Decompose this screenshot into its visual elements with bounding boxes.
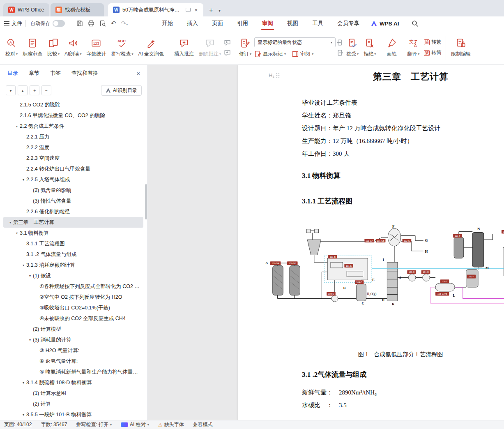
sidebar-tab-chapters[interactable]: 章节: [29, 69, 39, 77]
outline-item[interactable]: ▾2.2 氨合成工艺条件: [3, 121, 143, 131]
outline-item[interactable]: ⑤ 吨氨消耗新鲜气量和生产能力将气体量…: [3, 367, 143, 377]
expand-arrow-icon[interactable]: ▾: [27, 274, 33, 278]
wps-ai-button[interactable]: WPS AI: [371, 16, 399, 30]
menu-tab-membership[interactable]: 会员专享: [336, 16, 360, 30]
sidebar-scrollbar[interactable]: [145, 184, 147, 219]
missing-font-warning[interactable]: ⚠缺失字体: [158, 421, 184, 428]
outline-item[interactable]: 2.1.6 甲烷化法微量 CO、CO2 的脱除: [3, 110, 143, 121]
outline-expand-button[interactable]: ▾: [6, 85, 16, 95]
delete-comment-button[interactable]: 删除批注▾: [197, 32, 223, 63]
outline-item[interactable]: (2) 计算: [3, 399, 143, 409]
outline-item[interactable]: 2.1.5 CO2 的脱除: [3, 99, 143, 110]
outline-item[interactable]: ④ 返氢气量计算:: [3, 356, 143, 367]
track-changes-button[interactable]: 修订▾: [237, 32, 253, 63]
document-page[interactable]: H₁ 第三章 工艺计算 毕业设计工艺条件表 学生姓名：郑旦锋 设计题目：年产 1…: [238, 65, 504, 420]
restrict-edit-button[interactable]: 限制编辑: [449, 32, 473, 63]
menu-tab-home[interactable]: 开始: [161, 16, 174, 30]
sidebar-tab-catalog[interactable]: 目录: [7, 69, 18, 77]
outline-item[interactable]: ▾3.5.5 一段炉 101-B 物料衡算: [3, 409, 143, 420]
brush-button[interactable]: 画笔: [384, 32, 399, 63]
expand-arrow-icon[interactable]: ▾: [7, 221, 13, 224]
close-sidebar-button[interactable]: ×: [136, 70, 140, 77]
word-count-indicator[interactable]: 字数: 35467: [41, 421, 67, 428]
outline-item[interactable]: 3.1 .2 气体流量与组成: [3, 249, 143, 260]
outline-item[interactable]: ④未被吸收的 CO2 全部反应生成 CH4: [3, 313, 143, 324]
expand-arrow-icon[interactable]: ▾: [21, 263, 26, 267]
proofread-button[interactable]: A 校对▾: [3, 32, 20, 63]
outline-item[interactable]: ③ H2O 气量计算:: [3, 345, 143, 356]
tab-list-caret-icon[interactable]: ▾: [219, 9, 221, 13]
search-button[interactable]: [412, 16, 419, 30]
ai-proofread-status[interactable]: AI 校对▾: [121, 421, 149, 428]
ai-recognize-catalog-button[interactable]: AI识别目录: [101, 85, 142, 96]
menu-tab-reference[interactable]: 引用: [236, 16, 249, 30]
outline-item[interactable]: ▾3.1.3 消耗定额的计算: [3, 260, 143, 270]
menu-tab-view[interactable]: 视图: [286, 16, 299, 30]
outline-plus-button[interactable]: ＋: [30, 85, 39, 95]
menu-tab-tools[interactable]: 工具: [311, 16, 324, 30]
outline-item[interactable]: 2.2.3 空间速度: [3, 153, 143, 164]
expand-arrow-icon[interactable]: ▾: [21, 178, 26, 182]
new-tab-button[interactable]: +: [209, 7, 213, 14]
outline-item[interactable]: 2.2.2 温度: [3, 142, 143, 153]
outline-item[interactable]: (2) 计算模型: [3, 324, 143, 334]
next-comment-icon[interactable]: [224, 49, 231, 56]
outline-item[interactable]: 2.2.6 催化剂的粒径: [3, 206, 143, 217]
tab-document[interactable]: W 50万吨合成氨原料气净化工段 ×: [108, 3, 203, 16]
outline-item[interactable]: (2) 氨含量的影响: [3, 185, 143, 196]
outline-item[interactable]: ②空气中 O2 按下列反应转化为 H2O: [3, 292, 143, 302]
redo-icon[interactable]: ↷▾: [121, 20, 128, 27]
tab-wps-office[interactable]: W WPS Office: [3, 3, 49, 16]
reject-button[interactable]: 拒绝▾: [361, 32, 378, 63]
tab-docer-templates[interactable]: 稻 找稻壳模板: [51, 3, 104, 16]
outline-item[interactable]: 3.1.1 工艺流程图: [3, 238, 143, 249]
next-change-icon[interactable]: [336, 49, 343, 56]
outline-item[interactable]: ▾3.1.4 脱硫槽 108-D 物料衡算: [3, 377, 143, 388]
outline-item[interactable]: ▾2.2.5 入塔气体组成: [3, 174, 143, 185]
word-count-button[interactable]: 123 字数统计: [84, 32, 108, 63]
translate-button[interactable]: 文A 翻译▾: [405, 32, 421, 63]
outline-item[interactable]: ▾3.1 物料衡算: [3, 228, 143, 238]
outline-item[interactable]: 2.2.4 转化炉出口气甲烷含量: [3, 164, 143, 174]
accept-button[interactable]: 接受▾: [344, 32, 361, 63]
outline-minus-button[interactable]: −: [41, 85, 51, 95]
outline-item[interactable]: ▾第三章 工艺计算: [3, 217, 143, 228]
sidebar-tab-bookmarks[interactable]: 书签: [50, 69, 61, 77]
sidebar-tab-find-replace[interactable]: 查找和替换: [71, 69, 98, 77]
menu-tab-review[interactable]: 审阅: [261, 16, 274, 30]
outline-item[interactable]: ▾(3) 消耗量的计算: [3, 334, 143, 345]
save-icon[interactable]: [76, 20, 83, 27]
compare-button[interactable]: 比较▾: [45, 32, 62, 63]
spell-check-button[interactable]: ABC 拼写检查▾: [109, 32, 135, 63]
outline-item[interactable]: ③吸收塔出口 CO2=0.1%(干基): [3, 302, 143, 313]
page-indicator[interactable]: 页面: 40/102: [4, 421, 32, 428]
expand-arrow-icon[interactable]: ▾: [21, 413, 26, 417]
menu-tab-page[interactable]: 页面: [211, 16, 224, 30]
expand-arrow-icon[interactable]: ▾: [14, 125, 20, 128]
close-tab-button[interactable]: ×: [193, 7, 198, 13]
show-markup-button[interactable]: 显示标记 ▾: [254, 51, 286, 58]
markup-state-select[interactable]: 显示标记的最终状态 ▾: [254, 37, 336, 47]
ai-polish-button[interactable]: AI 全文润色: [136, 32, 166, 63]
expand-arrow-icon[interactable]: ▾: [21, 381, 26, 385]
undo-icon[interactable]: ↶: [111, 20, 116, 27]
file-menu-button[interactable]: 文件: [4, 16, 22, 30]
previous-change-icon[interactable]: [336, 39, 343, 46]
outline-item[interactable]: (3) 惰性气体含量: [3, 196, 143, 206]
insert-comment-button[interactable]: 插入批注: [172, 32, 196, 63]
outline-item[interactable]: ①各种烷烃按下列反应式全部转化为 CO2 …: [3, 281, 143, 292]
to-simplified-button[interactable]: 繁 转简: [424, 49, 441, 56]
outline-collapse-button[interactable]: ▴: [18, 85, 28, 95]
menu-tab-insert[interactable]: 插入: [186, 16, 199, 30]
spell-check-status[interactable]: 拼写检查: 打开▾: [76, 421, 112, 428]
review-pane-button[interactable]: 审阅 ▾: [292, 51, 313, 58]
standard-review-button[interactable]: 标准审查: [21, 32, 44, 63]
print-icon[interactable]: [88, 20, 94, 27]
to-traditional-button[interactable]: 简 转繁: [424, 39, 441, 46]
previous-comment-icon[interactable]: [224, 39, 231, 46]
outline-item[interactable]: ▾(1) 假设: [3, 270, 143, 281]
print-preview-icon[interactable]: [99, 20, 106, 27]
autosave-toggle[interactable]: [53, 20, 65, 27]
ai-read-button[interactable]: AI朗读▾: [62, 32, 83, 63]
outline-item[interactable]: 2.2.1 压力: [3, 131, 143, 142]
